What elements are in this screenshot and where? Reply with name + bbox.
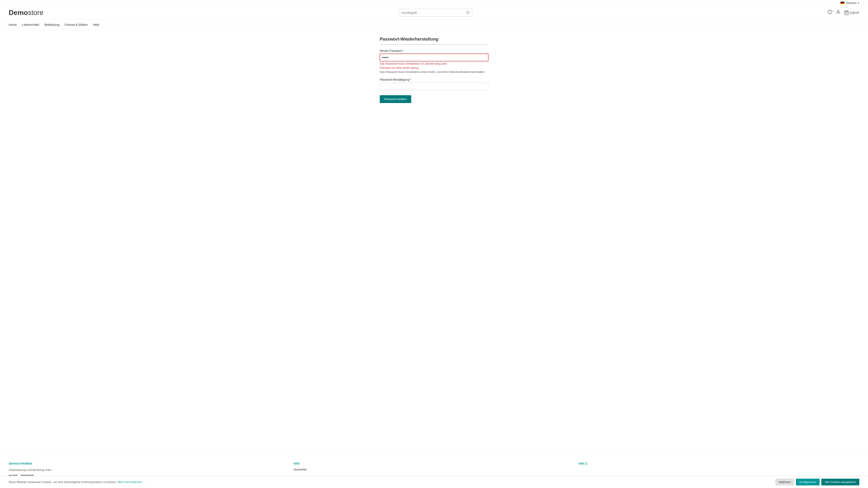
footer-newsletter-link[interactable]: Newsletter [293,468,574,471]
wishlist-button[interactable] [828,10,832,15]
cookie-text: Diese Website verwendet Cookies, um eine… [9,480,771,484]
cookie-konfigurieren-button[interactable]: Konfigurieren [796,479,819,485]
svg-point-0 [467,11,469,13]
nav-home[interactable]: Home [9,20,20,30]
footer-support-text: Unterstützung und Beratung unter: [9,468,289,473]
user-icon [836,10,841,14]
nav-freizeit[interactable]: Freizeit & Elektro [65,20,91,30]
password-hint: Das Passwort muss mindestens einen Groß-… [380,70,488,73]
search-bar [399,9,472,17]
new-password-group: Neues Passwort * Das Passwort muss minde… [380,49,488,73]
nav-help[interactable]: Help [93,20,103,30]
logo-light: store [28,9,43,17]
confirm-password-label: Passwort-Bestätigung * [380,78,488,82]
error-security: Passwort ist nicht sicher genug. [380,66,488,69]
language-label: Deutsch [846,1,857,5]
search-input[interactable] [399,9,464,16]
search-icon [466,11,470,14]
submit-button[interactable]: Passwort ändern [380,95,411,103]
confirm-password-input[interactable] [380,83,488,90]
footer-info-heading: Info [293,461,574,465]
cookie-ablehnen-button[interactable]: Ablehnen [775,479,794,485]
footer-info2-heading: Info 2 [579,461,859,465]
logo-bold: Demo [9,9,28,17]
header-icons: 0,00 €* [828,10,859,15]
cookie-accept-all-button[interactable]: Alle Cookies akzeptieren [822,479,859,485]
cart-price: 0,00 €* [850,11,859,14]
cart-button[interactable]: 0,00 €* [844,10,859,15]
nav-lebensmittel[interactable]: Lebensmittel [22,20,42,30]
cookie-buttons: Ablehnen Konfigurieren Alle Cookies akze… [775,479,859,485]
cookie-more-link[interactable]: Mehr Informationen ... [118,480,145,484]
site-logo: Demostore [9,9,43,17]
footer-service-heading: Service-Hotline [9,461,289,465]
form-title: Passwort-Wiederherstellung [380,37,488,45]
new-password-input[interactable] [380,54,488,61]
cart-icon [844,10,849,15]
new-password-label: Neues Passwort * [380,49,488,53]
language-selector[interactable]: Deutsch ▾ [840,1,859,5]
svg-point-2 [837,10,839,12]
flag-icon [840,2,844,4]
main-nav: Home Lebensmittel Bekleidung Freizeit & … [0,20,868,30]
svg-line-1 [468,13,469,14]
cookie-bar: Diese Website verwendet Cookies, um eine… [0,476,868,488]
confirm-password-group: Passwort-Bestätigung * [380,78,488,90]
heart-icon [828,10,832,14]
password-recovery-form: Passwort-Wiederherstellung Neues Passwor… [380,37,488,103]
error-length: Das Passwort muss mindestens 10 Zeichen … [380,62,488,65]
chevron-down-icon: ▾ [858,2,859,4]
account-button[interactable] [836,10,841,15]
search-button[interactable] [464,9,472,17]
nav-bekleidung[interactable]: Bekleidung [44,20,63,30]
